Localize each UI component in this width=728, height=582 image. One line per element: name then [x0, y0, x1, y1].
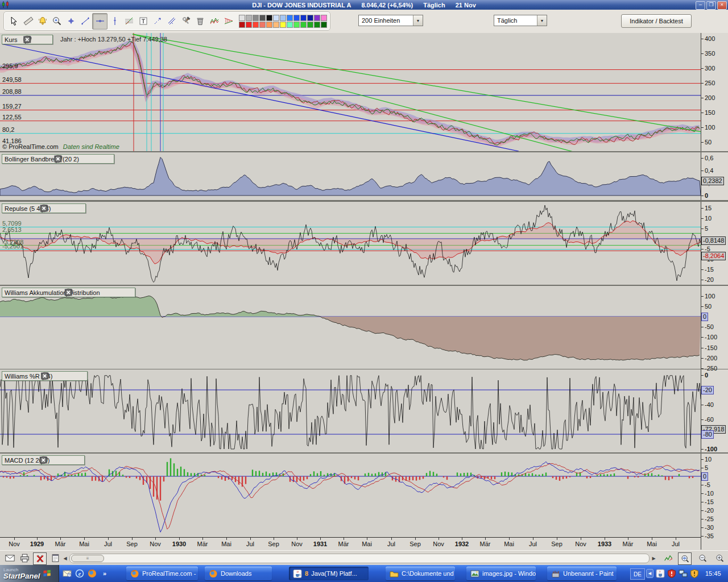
color-swatch[interactable]	[259, 22, 266, 28]
taskbar-task[interactable]: images.jpg - Windo...	[466, 567, 536, 580]
color-swatch[interactable]	[300, 22, 307, 28]
axis-tick	[701, 527, 704, 528]
panel-close-icon[interactable]	[75, 205, 83, 212]
tool-fibonacci-grid[interactable]	[122, 14, 136, 29]
color-swatch[interactable]	[321, 22, 327, 28]
chart-tool-button[interactable]	[662, 552, 675, 564]
tool-alert-bell[interactable]	[35, 14, 49, 29]
color-swatch[interactable]	[314, 22, 320, 28]
taskbar-task[interactable]: ProRealTime.com - ...	[126, 567, 198, 580]
zoom-in-button[interactable]	[713, 552, 726, 564]
trendline-icon	[80, 16, 90, 26]
macd-chart-canvas[interactable]	[0, 454, 701, 537]
color-swatch[interactable]	[280, 15, 286, 21]
tool-trash[interactable]	[193, 14, 207, 29]
java-tray-icon[interactable]	[656, 569, 665, 578]
scroll-left-icon[interactable]: ◀	[61, 554, 69, 562]
period-dropdown[interactable]: Täglich ▼	[494, 15, 547, 26]
color-swatch[interactable]	[307, 15, 313, 21]
tool-vertical-line[interactable]	[107, 14, 122, 29]
tool-zoom-plus[interactable]	[49, 14, 64, 29]
wr-chart-canvas[interactable]	[0, 369, 701, 452]
taskbar-task[interactable]: 8Java(TM) Platf...	[289, 567, 369, 580]
panel-close-icon[interactable]	[42, 36, 50, 43]
color-swatch[interactable]	[280, 22, 286, 28]
update-shield-icon[interactable]	[690, 569, 699, 578]
tool-horizontal-line[interactable]	[92, 13, 107, 30]
indicator-backtest-button[interactable]: Indikator / Backtest	[621, 14, 692, 28]
panel-close-icon[interactable]	[124, 289, 133, 296]
internet-explorer-icon[interactable]: e	[75, 569, 84, 578]
tool-drawing-tools[interactable]	[179, 14, 193, 29]
chevron-down-icon[interactable]: ▼	[413, 15, 423, 26]
kurs-chart-canvas[interactable]	[0, 33, 701, 151]
color-swatch[interactable]	[253, 15, 259, 21]
tool-pointer[interactable]	[7, 14, 21, 29]
color-swatch[interactable]	[246, 15, 252, 21]
close-button[interactable]: ×	[717, 1, 727, 10]
panel-close-icon[interactable]	[73, 456, 82, 464]
axis-tick	[701, 218, 704, 219]
tool-point-marker[interactable]	[64, 14, 78, 29]
tool-parallel-lines[interactable]	[164, 14, 179, 29]
axis-tick	[701, 158, 704, 159]
notes-button[interactable]	[49, 552, 61, 564]
windows-flag-icon	[43, 569, 52, 578]
network-icon[interactable]	[679, 569, 688, 578]
scroll-right-icon[interactable]: ▶	[650, 554, 657, 562]
color-swatch[interactable]	[239, 22, 245, 28]
panel-header-kurs: Kurs	[2, 35, 53, 44]
color-swatch[interactable]	[307, 22, 313, 28]
units-dropdown[interactable]: 200 Einheiten ▼	[358, 15, 423, 26]
color-swatch[interactable]	[287, 15, 293, 21]
color-swatch[interactable]	[300, 15, 307, 21]
overflow-chevron-icon[interactable]: »	[100, 569, 109, 578]
color-swatch[interactable]	[321, 15, 327, 21]
panel-close-icon[interactable]	[76, 372, 85, 380]
tool-text-note[interactable]	[136, 14, 150, 29]
zoom-fit-button[interactable]	[678, 552, 692, 565]
panel-close-icon[interactable]	[103, 155, 111, 163]
zoom-out-button[interactable]	[696, 552, 709, 564]
outlook-icon[interactable]	[63, 569, 72, 578]
zoom-plus-icon	[52, 16, 62, 26]
color-swatch[interactable]	[287, 22, 293, 28]
collapse-chevron-icon[interactable]: ◀	[646, 569, 653, 578]
color-swatch[interactable]	[253, 22, 259, 28]
repulse-chart-canvas[interactable]	[0, 202, 701, 285]
tool-measure-arrows[interactable]	[150, 14, 164, 29]
color-swatch[interactable]	[239, 15, 245, 21]
wad-chart-canvas[interactable]	[0, 286, 701, 369]
scrollbar-thumb[interactable]: ≡	[71, 555, 104, 562]
tool-trendline[interactable]	[78, 14, 92, 29]
x-axis-tick	[439, 538, 439, 540]
language-indicator[interactable]: DE	[630, 568, 645, 580]
panel-separator	[0, 151, 728, 152]
start-button[interactable]: Launch StartPanel	[0, 565, 59, 582]
color-swatch[interactable]	[273, 22, 279, 28]
color-swatch[interactable]	[266, 15, 272, 21]
color-swatch[interactable]	[293, 15, 300, 21]
color-swatch[interactable]	[273, 15, 279, 21]
color-swatch[interactable]	[266, 22, 272, 28]
tool-zigzag-pattern[interactable]	[207, 14, 221, 29]
taskbar-task[interactable]: C:\Dokumente und ...	[386, 567, 455, 580]
x-axis-label: Mai	[362, 541, 372, 547]
color-swatch[interactable]	[314, 15, 320, 21]
print-button[interactable]	[18, 552, 31, 564]
minimize-button[interactable]: –	[696, 1, 705, 10]
tool-ruler[interactable]	[21, 14, 35, 29]
mail-button[interactable]	[3, 552, 16, 564]
restore-button[interactable]: ❐	[706, 1, 716, 10]
taskbar-task[interactable]: Unbenannt - Paint	[547, 567, 617, 580]
color-swatch[interactable]	[293, 22, 300, 28]
firefox-icon[interactable]	[88, 569, 97, 578]
taskbar-task[interactable]: Downloads	[205, 567, 272, 580]
security-alert-icon[interactable]	[667, 569, 676, 578]
disconnect-button[interactable]	[33, 552, 47, 565]
color-swatch[interactable]	[259, 15, 266, 21]
chart-scrollbar[interactable]: ≡	[69, 554, 650, 563]
chevron-down-icon[interactable]: ▼	[537, 15, 547, 26]
tool-triangle-pattern[interactable]	[221, 14, 235, 29]
color-swatch[interactable]	[246, 22, 252, 28]
